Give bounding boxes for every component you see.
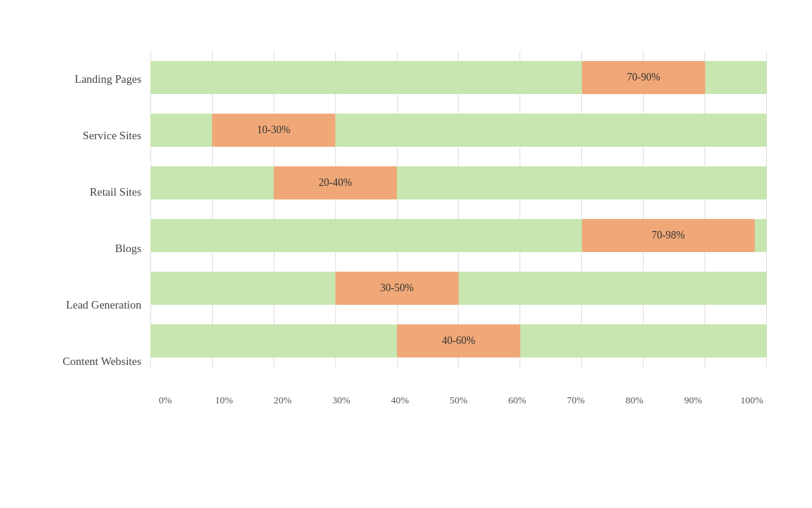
bar-track: 20-40% [150, 166, 767, 199]
bar-range-label: 30-50% [380, 282, 414, 294]
y-label: Blogs [45, 242, 150, 255]
x-label: 100% [737, 394, 767, 406]
bar-track: 40-60% [150, 324, 767, 357]
y-label: Landing Pages [45, 72, 150, 86]
grid-and-bars: 70-90%10-30%20-40%70-98%30-50%40-60% [150, 51, 767, 390]
bar-row: 20-40% [150, 163, 767, 202]
bar-fill: 70-98% [582, 219, 755, 252]
x-axis-labels: 0%10%20%30%40%50%60%70%80%90%100% [150, 390, 767, 412]
bar-row: 70-98% [150, 216, 767, 255]
bars-wrapper: 70-90%10-30%20-40%70-98%30-50%40-60% [150, 51, 767, 367]
bar-track: 30-50% [150, 272, 767, 305]
x-label: 40% [385, 394, 415, 406]
y-label: Service Sites [45, 129, 150, 142]
chart-container: Landing PagesService SitesRetail SitesBl… [23, 14, 789, 495]
bar-fill: 30-50% [335, 272, 459, 305]
bar-row: 40-60% [150, 321, 767, 360]
bar-fill: 70-90% [582, 61, 705, 94]
bar-range-label: 70-98% [652, 230, 685, 242]
bar-range-label: 40-60% [442, 335, 475, 347]
x-label: 60% [502, 394, 532, 406]
chart-area: Landing PagesService SitesRetail SitesBl… [45, 51, 767, 412]
bar-range-label: 20-40% [319, 177, 352, 189]
bar-track: 10-30% [150, 114, 767, 147]
x-label: 10% [209, 394, 239, 406]
x-label: 80% [620, 394, 650, 406]
bar-fill: 20-40% [274, 166, 397, 199]
bar-fill: 40-60% [397, 324, 520, 357]
bar-row: 30-50% [150, 269, 767, 308]
y-labels: Landing PagesService SitesRetail SitesBl… [45, 51, 150, 412]
bars-section: 70-90%10-30%20-40%70-98%30-50%40-60% 0%1… [150, 51, 767, 412]
y-label: Lead Generation [45, 298, 150, 312]
x-label: 90% [678, 394, 708, 406]
bar-row: 10-30% [150, 111, 767, 150]
y-label: Content Websites [45, 354, 150, 368]
x-label: 70% [561, 394, 591, 406]
x-label: 20% [268, 394, 298, 406]
bar-row: 70-90% [150, 58, 767, 97]
bar-range-label: 70-90% [627, 71, 660, 84]
x-label: 0% [150, 394, 180, 406]
bar-track: 70-98% [150, 219, 767, 252]
x-label: 50% [444, 394, 474, 406]
x-label: 30% [326, 394, 356, 406]
bar-fill: 10-30% [212, 114, 335, 147]
bar-range-label: 10-30% [257, 124, 290, 136]
bar-track: 70-90% [150, 61, 767, 94]
y-label: Retail Sites [45, 185, 150, 199]
